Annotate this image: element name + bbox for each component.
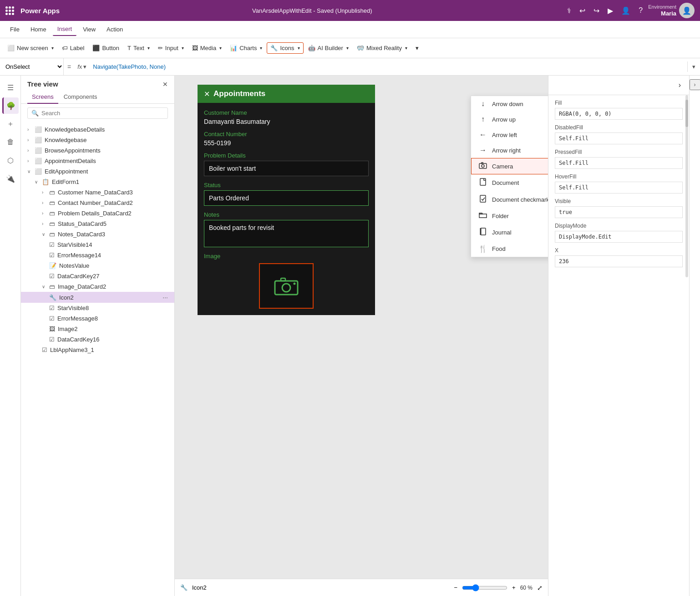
panel-expand-btn[interactable]: › [676,79,684,91]
camera-button[interactable] [259,263,314,309]
disabled-fill-input[interactable] [555,132,683,144]
zoom-slider[interactable] [462,584,507,591]
dropdown-item-doc-checkmark[interactable]: Document checkmark [471,191,548,208]
right-edge-toggle-btn[interactable]: › [690,79,700,90]
arrow-right-icon: → [478,146,487,154]
list-item[interactable]: ☑ DataCardKey16 [21,334,174,345]
list-item[interactable]: › 🗃 Problem Details_DataCard2 [21,208,174,219]
list-item[interactable]: 📝 NotesValue [21,260,174,271]
list-item[interactable]: ☑ DataCardKey27 [21,271,174,281]
menu-insert[interactable]: Insert [53,23,77,36]
fill-input[interactable] [555,108,683,120]
list-item[interactable]: ☑ LblAppName3_1 [21,345,174,355]
tab-components[interactable]: Components [59,91,102,104]
chevron-down-icon: ▾ [51,46,54,51]
button-btn[interactable]: ⬛ Button [89,42,123,54]
list-item[interactable]: ∨ 🗃 Image_DataCard2 [21,281,174,292]
status-item-name: Icon2 [192,584,207,591]
dropdown-item-journal[interactable]: Journal [471,224,548,241]
dropdown-item-document[interactable]: Document [471,174,548,191]
list-item[interactable]: ∨ 📋 EditForm1 [21,177,174,187]
status-input[interactable]: Parts Ordered [204,190,369,206]
list-item[interactable]: ☑ StarVisible8 [21,303,174,313]
menu-home[interactable]: Home [26,23,51,36]
checkbox-icon: ☑ [49,305,55,311]
avatar[interactable]: 👤 [679,3,695,18]
hover-fill-input[interactable] [555,182,683,194]
list-item[interactable]: › 🗃 Status_DataCard5 [21,219,174,229]
hamburger-btn[interactable]: ☰ [2,79,19,96]
problem-input[interactable]: Boiler won't start [204,161,369,176]
right-panel: › Fill DisabledFill PressedFill [548,76,689,596]
list-item[interactable]: › 🗃 Customer Name_DataCard3 [21,187,174,198]
dropdown-item-folder[interactable]: Folder [471,208,548,224]
formula-chevron[interactable]: ▾ [83,63,86,70]
label-btn[interactable]: 🏷 Label [58,42,88,54]
list-item[interactable]: › ⬜ BrowseAppointments [21,145,174,156]
formula-expand-btn[interactable]: ▾ [687,61,700,72]
notes-input[interactable]: Booked parts for revisit [204,220,369,247]
dropdown-item-camera[interactable]: Camera [471,158,548,174]
app-logo: Power Apps [20,7,60,15]
zoom-minus-btn[interactable]: − [454,584,457,591]
charts-btn[interactable]: 📊 Charts ▾ [226,42,266,54]
new-screen-btn[interactable]: ⬜ New screen ▾ [4,42,57,54]
tree-view-title: Tree view [27,80,58,88]
pressed-fill-input[interactable] [555,157,683,169]
list-item[interactable]: ∨ 🗃 Notes_DataCard3 [21,229,174,239]
right-panel-header: › [548,76,689,95]
zoom-plus-btn[interactable]: + [512,584,516,591]
menu-bar: File Home Insert View Action [0,21,700,38]
icons-btn[interactable]: 🔧 Icons ▾ [267,42,303,54]
list-item[interactable]: › ⬜ KnowledgebaseDetails [21,124,174,135]
input-btn[interactable]: ✏ Input ▾ [154,42,188,54]
tree-close-btn[interactable]: ✕ [162,81,168,88]
list-item[interactable]: 🖼 Image2 [21,324,174,334]
app-grid-icon[interactable] [5,6,14,15]
text-btn[interactable]: T Text ▾ [124,42,153,54]
dropdown-item-arrow-right[interactable]: → Arrow right [471,143,548,158]
search-input[interactable] [41,110,164,117]
expand-icon[interactable]: ⤢ [537,584,543,591]
menu-file[interactable]: File [5,23,24,36]
mixed-reality-btn[interactable]: 🥽 Mixed Reality ▾ [353,42,411,54]
formula-selector[interactable]: OnSelect [0,58,64,75]
check-icon-btn[interactable]: ⚕ [564,5,574,17]
trash-btn[interactable]: 🗑 [2,134,19,150]
play-btn[interactable]: ▶ [605,5,616,17]
media-btn[interactable]: 🖼 Media ▾ [188,42,225,54]
list-item[interactable]: › 🗃 Contact Number_DataCard2 [21,198,174,208]
menu-action[interactable]: Action [102,23,127,36]
list-item[interactable]: ☑ StarVisible14 [21,239,174,250]
list-item[interactable]: › ⬜ AppointmentDetails [21,156,174,166]
redo-btn[interactable]: ↪ [591,5,602,17]
dropdown-item-arrow-down[interactable]: ↓ Arrow down [471,96,548,112]
component-btn[interactable]: ⬡ [2,152,19,168]
formula-input[interactable] [89,61,687,72]
dropdown-item-arrow-left[interactable]: ← Arrow left [471,127,548,143]
plugin-btn[interactable]: 🔌 [2,170,19,187]
user-plus-btn[interactable]: 👤 [619,5,633,17]
display-mode-input[interactable] [555,231,683,243]
dropdown-item-food[interactable]: 🍴 Food [471,241,548,257]
visible-input[interactable] [555,206,683,218]
menu-view[interactable]: View [78,23,100,36]
list-item[interactable]: › ⬜ Knowledgebase [21,135,174,145]
add-btn[interactable]: ＋ [2,116,19,132]
more-btn[interactable]: ▾ [412,42,422,54]
help-btn[interactable]: ? [636,5,645,16]
list-item[interactable]: ☑ ErrorMessage8 [21,313,174,324]
x-input[interactable] [555,255,683,267]
ai-builder-btn[interactable]: 🤖 AI Builder ▾ [304,42,352,54]
phone-close-icon[interactable]: ✕ [204,90,210,98]
more-options-icon[interactable]: ··· [162,294,168,301]
list-item[interactable]: ∨ ⬜ EditAppointment [21,166,174,177]
textinput-icon: 📝 [49,262,56,269]
list-item-icon2[interactable]: 🔧 Icon2 ··· [21,292,174,303]
undo-btn[interactable]: ↩ [577,5,588,17]
dropdown-item-arrow-up[interactable]: ↑ Arrow up [471,112,548,127]
ai-builder-icon: 🤖 [308,45,315,51]
tab-screens[interactable]: Screens [27,91,58,104]
list-item[interactable]: ☑ ErrorMessage14 [21,250,174,260]
tree-view-btn[interactable]: 🌳 [2,97,19,114]
